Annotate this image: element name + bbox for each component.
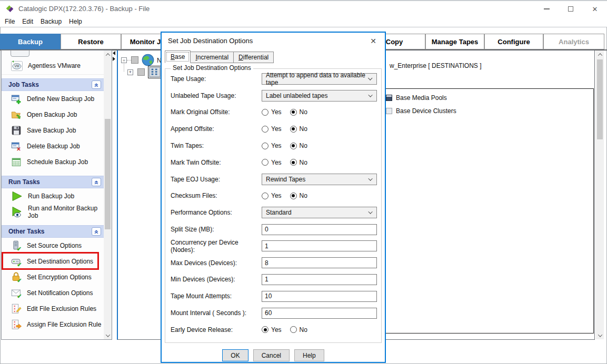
sidebar-item-delete-backup-job[interactable]: ✕ Delete Backup Job	[2, 138, 104, 154]
mark-twin-offsite-radio-no[interactable]	[290, 159, 297, 166]
sidebar-item-edit-file-exclusion-rules[interactable]: ✕ ✕ ✕ Edit File Exclusion Rules	[2, 301, 104, 317]
sidebar-item-open-backup-job[interactable]: Open Backup Job	[2, 107, 104, 123]
sidebar-item-assign-file-exclusion-rule[interactable]: ✕ ✕ ✕ Assign File Exclusion Rule	[2, 317, 104, 332]
sidebar-item-set-notification-options[interactable]: ✔ Set Notification Options	[2, 285, 104, 301]
set-job-destination-options-dialog: Set Job Destination Options ✕ Base Incre…	[161, 32, 386, 363]
tab-analytics[interactable]: Analytics	[543, 34, 604, 49]
scroll-up-icon[interactable]	[596, 50, 604, 58]
tape-eoj-usage-select[interactable]: Rewind Tapes	[262, 174, 377, 185]
device-cluster-icon	[386, 108, 392, 114]
dialog-tab-incremental[interactable]: Incremental	[190, 52, 234, 63]
mark-twin-offsite-radio-yes[interactable]	[262, 159, 268, 166]
scroll-up-icon[interactable]	[104, 50, 112, 58]
selected-node-frame[interactable]	[148, 66, 162, 78]
tape-usage-select[interactable]: Attempt to append data to available tape	[262, 73, 377, 85]
list-item-base-media-pools[interactable]: Base Media Pools	[386, 94, 447, 102]
tape-mount-attempts-input[interactable]	[262, 291, 377, 302]
collapse-section-button[interactable]	[92, 178, 101, 186]
performance-options-select[interactable]: Standard	[262, 207, 377, 218]
tab-manage-tapes[interactable]: Manage Tapes	[425, 34, 484, 49]
server-group-icon	[149, 67, 161, 77]
append-offsite-radio-yes[interactable]	[262, 126, 268, 133]
sidebar-item-label: Edit File Exclusion Rules	[27, 305, 96, 312]
append-offsite-radio-no[interactable]	[290, 126, 297, 133]
sidebar-item-label: Define New Backup Job	[27, 95, 94, 103]
form-row: Tape Usage: Attempt to append data to av…	[165, 70, 381, 87]
menu-file[interactable]: File	[0, 18, 18, 25]
sidebar-scrollbar[interactable]	[104, 50, 112, 339]
twin-tapes-radio-yes[interactable]	[262, 143, 268, 149]
form-row: Tape Mount Attempts:	[165, 288, 381, 305]
early-device-release-radio-yes[interactable]	[262, 326, 268, 333]
split-size-input[interactable]	[262, 224, 377, 235]
sidebar-item-schedule-backup-job[interactable]: Schedule Backup Job	[2, 154, 104, 170]
max-devices-input[interactable]	[262, 257, 377, 268]
twin-tapes-radio-no[interactable]	[290, 143, 297, 149]
ok-button[interactable]: OK	[222, 349, 248, 361]
save-floppy-icon	[11, 125, 22, 136]
sidebar-item-run-backup-job[interactable]: Run Backup Job	[2, 188, 104, 204]
mark-original-offsite-radio-yes[interactable]	[262, 109, 268, 116]
form-row: Mark Original Offsite: Yes No	[165, 104, 381, 121]
sidebar-item-save-backup-job[interactable]: Save Backup Job	[2, 123, 104, 138]
form-row: Unlabeled Tape Usage: Label unlabeled ta…	[165, 87, 381, 104]
content-scrollbar[interactable]	[596, 50, 604, 339]
list-item-base-device-clusters[interactable]: Base Device Clusters	[386, 107, 456, 115]
scroll-down-icon[interactable]	[596, 331, 604, 339]
svg-text:VM: VM	[14, 64, 19, 68]
tree-expand-icon[interactable]: +	[127, 69, 133, 75]
menu-help[interactable]: Help	[65, 18, 86, 25]
form-row: Split Size (MB):	[165, 221, 381, 238]
collapse-left-icon[interactable]	[113, 51, 115, 55]
scroll-down-icon[interactable]	[104, 331, 112, 339]
cancel-button[interactable]: Cancel	[253, 349, 290, 361]
section-job-tasks: Job Tasks	[2, 78, 104, 91]
menu-edit[interactable]: Edit	[18, 18, 37, 25]
close-button[interactable]: ✕	[583, 1, 607, 17]
early-device-release-radio-no[interactable]	[290, 326, 297, 333]
expand-right-icon[interactable]	[113, 57, 115, 61]
collapse-section-button[interactable]	[92, 80, 101, 89]
form-row: Early Device Release: Yes No	[165, 321, 381, 338]
chevron-down-icon	[368, 210, 372, 214]
enterprise-globe-icon	[141, 53, 155, 67]
mount-interval-input[interactable]	[262, 308, 377, 319]
scrollbar-thumb[interactable]	[105, 119, 111, 229]
checksum-files-radio-no[interactable]	[290, 193, 297, 199]
sidebar-item-set-source-options[interactable]: ✔ Set Source Options	[2, 238, 104, 254]
tree-checkbox[interactable]	[131, 56, 138, 64]
tab-backup[interactable]: Backup	[0, 34, 61, 49]
checksum-files-radio-yes[interactable]	[262, 193, 268, 199]
sidebar-item-run-and-monitor-backup-job[interactable]: Run and Monitor Backup Job	[2, 204, 104, 220]
minimize-button[interactable]	[534, 1, 559, 17]
form-row: Tape EOJ Usage: Rewind Tapes	[165, 171, 381, 188]
dialog-tab-differential[interactable]: Differential	[233, 52, 274, 63]
scrollbar-thumb[interactable]	[597, 59, 603, 139]
unlabeled-tape-usage-select[interactable]: Label unlabeled tapes	[262, 90, 377, 102]
form-row: Concurrency per Device (Nodes):	[165, 238, 381, 255]
tree-checkbox[interactable]	[137, 68, 145, 76]
menu-backup[interactable]: Backup	[37, 18, 65, 25]
sidebar-item-define-new-backup-job[interactable]: Define New Backup Job	[2, 91, 104, 107]
tab-configure[interactable]: Configure	[484, 34, 543, 49]
sidebar-item-label: Schedule Backup Job	[27, 158, 88, 166]
chevron-double-up-icon	[93, 82, 99, 88]
maximize-button[interactable]	[559, 1, 583, 17]
form-row: Twin Tapes: Yes No	[165, 137, 381, 154]
help-button[interactable]: Help	[294, 349, 324, 361]
collapse-section-button[interactable]	[92, 227, 101, 236]
chevron-double-up-icon	[93, 179, 99, 185]
run-play-icon	[11, 190, 23, 203]
mark-original-offsite-radio-no[interactable]	[290, 109, 297, 116]
sidebar-item-label: Set Notification Options	[27, 289, 93, 297]
sidebar-item-label: Set Encryption Options	[27, 274, 92, 281]
field-label: Twin Tapes:	[171, 142, 262, 149]
dialog-tab-base[interactable]: Base	[165, 50, 191, 63]
dialog-close-icon[interactable]: ✕	[368, 36, 379, 46]
sidebar-item-agentless-vmware[interactable]: VM Agentless VMware	[2, 57, 104, 75]
tab-restore[interactable]: Restore	[61, 34, 121, 49]
list-item-label: Base Media Pools	[396, 94, 447, 102]
sidebar-item-set-encryption-options[interactable]: ✔ Set Encryption Options	[2, 269, 104, 285]
min-devices-input[interactable]	[262, 274, 377, 285]
concurrency-per-device-input[interactable]	[262, 240, 377, 251]
